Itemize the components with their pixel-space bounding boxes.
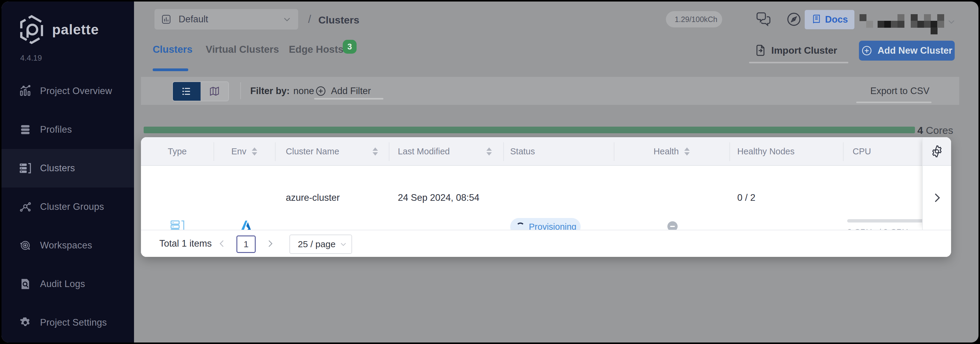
- add-filter-hover-bar: [314, 98, 383, 99]
- clusters-table-card: Type Env Cluster Name Last Modified Stat…: [141, 137, 951, 257]
- view-toggle: [172, 82, 229, 101]
- column-header-status[interactable]: Status: [503, 137, 614, 166]
- usage-quota-badge: 1.29/100kCh: [666, 11, 722, 27]
- export-hover-bar: [856, 102, 932, 103]
- add-new-cluster-label: Add New Cluster: [878, 45, 952, 56]
- add-filter-label: Add Filter: [331, 86, 371, 96]
- sidebar: palette 4.4.19 Project Overview Profiles: [2, 2, 134, 342]
- book-icon: [811, 14, 822, 25]
- column-header-env[interactable]: Env: [213, 137, 275, 166]
- sort-icon: [252, 147, 257, 155]
- cpu-usage-bar: [847, 219, 926, 222]
- sidebar-item-label: Workspaces: [40, 240, 92, 251]
- user-menu[interactable]: [858, 10, 957, 33]
- list-view-button[interactable]: [173, 82, 200, 101]
- chevron-down-icon: [339, 240, 347, 248]
- page-size-select[interactable]: 25 / page: [290, 235, 352, 254]
- import-file-icon: [754, 44, 767, 56]
- import-cluster-label: Import Cluster: [771, 45, 837, 56]
- cores-usage-label: 4 Cores: [911, 125, 953, 136]
- document-search-icon: [19, 278, 32, 290]
- pagination-bar: Total 1 items 1 25 / page: [141, 230, 951, 257]
- plus-circle-icon: [861, 45, 872, 56]
- map-view-button[interactable]: [200, 82, 228, 101]
- sidebar-item-project-settings[interactable]: Project Settings: [2, 303, 134, 342]
- chevron-right-icon: [932, 192, 942, 203]
- brand: palette: [19, 15, 99, 44]
- previous-page-button[interactable]: [215, 230, 229, 257]
- column-header-health[interactable]: Health: [614, 137, 729, 166]
- app-version: 4.4.19: [20, 53, 42, 63]
- table-row-azure-cluster[interactable]: azure-cluster 24 Sep 2024, 08:54 Provisi…: [141, 166, 951, 230]
- layers-stack-icon: [19, 123, 32, 136]
- bar-chart-icon: [161, 14, 171, 24]
- column-header-cluster-name[interactable]: Cluster Name: [275, 137, 389, 166]
- sidebar-item-label: Cluster Groups: [40, 202, 104, 212]
- palette-logo-icon: [19, 15, 44, 44]
- project-selector-value: Default: [178, 14, 208, 25]
- server-stack-icon: [19, 162, 32, 174]
- table-header: Type Env Cluster Name Last Modified Stat…: [141, 137, 951, 166]
- scroll-right-button[interactable]: [923, 166, 951, 230]
- sidebar-item-cluster-groups[interactable]: Cluster Groups: [2, 187, 134, 226]
- clusters-toolbar: Filter by: none Add Filter Export to CSV: [141, 77, 959, 105]
- list-view-icon: [181, 86, 192, 97]
- cores-usage-bar: [144, 126, 915, 133]
- cluster-name[interactable]: azure-cluster: [286, 166, 340, 230]
- last-modified: 24 Sep 2024, 08:54: [398, 166, 479, 230]
- import-hover-bar: [749, 62, 848, 63]
- next-page-button[interactable]: [264, 230, 277, 257]
- gear-icon: [19, 316, 32, 329]
- orbit-icon: [19, 239, 32, 252]
- tab-clusters[interactable]: Clusters: [153, 44, 192, 55]
- sidebar-item-clusters[interactable]: Clusters: [2, 149, 134, 187]
- sort-icon: [372, 147, 378, 155]
- add-new-cluster-button[interactable]: Add New Cluster: [859, 41, 955, 61]
- sidebar-item-project-overview[interactable]: Project Overview: [2, 72, 134, 110]
- palette-app-window: palette 4.4.19 Project Overview Profiles: [2, 2, 978, 342]
- sidebar-item-audit-logs[interactable]: Audit Logs: [2, 265, 134, 303]
- add-filter-button[interactable]: Add Filter: [315, 77, 371, 105]
- sidebar-item-label: Profiles: [40, 124, 72, 135]
- export-csv-button[interactable]: Export to CSV: [867, 77, 933, 105]
- compass-icon[interactable]: [787, 12, 801, 27]
- chevron-right-icon: [266, 239, 274, 248]
- cores-unit: Cores: [926, 125, 953, 136]
- filter-by-label: Filter by:: [250, 86, 290, 96]
- chevron-down-icon: [947, 17, 956, 26]
- column-settings-gear-icon[interactable]: [930, 145, 943, 158]
- page-number-button[interactable]: 1: [236, 235, 256, 253]
- sidebar-item-label: Clusters: [40, 163, 75, 174]
- sidebar-item-label: Audit Logs: [40, 278, 85, 290]
- chevron-left-icon: [218, 239, 226, 248]
- usage-quota-value: 1.29/100kCh: [675, 15, 718, 24]
- column-header-cpu[interactable]: CPU: [843, 137, 922, 166]
- column-header-healthy-nodes[interactable]: Healthy Nodes: [729, 137, 843, 166]
- cores-count: 4: [917, 125, 923, 136]
- plus-circle-icon: [315, 86, 326, 96]
- breadcrumb: Clusters: [318, 14, 359, 26]
- column-header-last-modified[interactable]: Last Modified: [389, 137, 503, 166]
- docs-label: Docs: [825, 14, 848, 25]
- tab-edge-hosts[interactable]: Edge Hosts: [289, 44, 344, 55]
- docs-button[interactable]: Docs: [805, 10, 854, 29]
- chart-overview-icon: [19, 85, 32, 98]
- healthy-nodes: 0 / 2: [737, 166, 755, 230]
- sort-icon: [487, 147, 492, 155]
- project-selector[interactable]: Default: [154, 9, 298, 30]
- import-cluster-button[interactable]: Import Cluster: [754, 41, 837, 60]
- sidebar-item-label: Project Overview: [40, 86, 112, 96]
- brand-name: palette: [52, 21, 99, 38]
- sidebar-item-label: Project Settings: [40, 317, 107, 328]
- column-header-type[interactable]: Type: [141, 137, 213, 166]
- edge-hosts-count-badge: 3: [343, 40, 356, 54]
- table-fixed-right-column: [922, 137, 951, 230]
- sidebar-item-profiles[interactable]: Profiles: [2, 110, 134, 149]
- page-size-value: 25 / page: [298, 239, 336, 249]
- chat-icon[interactable]: [756, 11, 771, 27]
- active-tab-underline: [153, 69, 188, 71]
- sidebar-item-workspaces[interactable]: Workspaces: [2, 226, 134, 265]
- map-view-icon: [209, 86, 220, 97]
- sort-icon: [684, 147, 690, 155]
- tab-virtual-clusters[interactable]: Virtual Clusters: [206, 44, 279, 55]
